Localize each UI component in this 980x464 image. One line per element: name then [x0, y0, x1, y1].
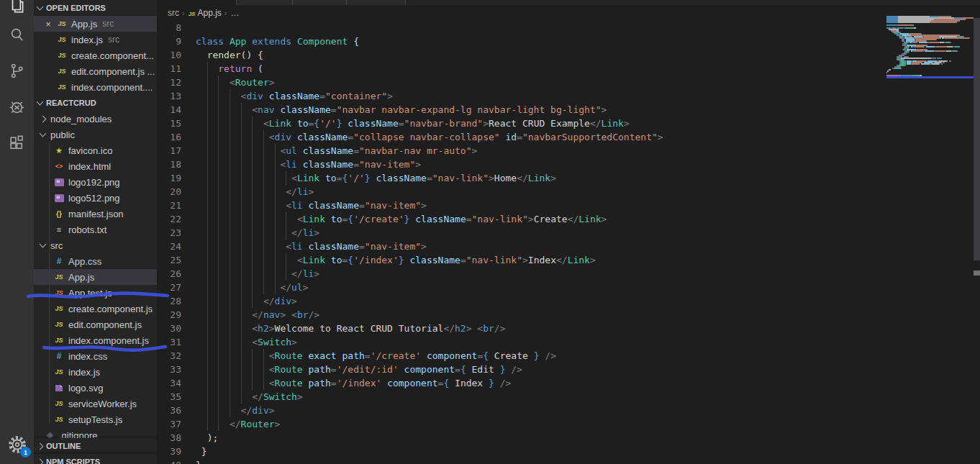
- tree-item-app-js[interactable]: JSApp.js: [34, 269, 157, 285]
- tree-item-edit-component-js[interactable]: JSedit.component.js: [34, 317, 157, 332]
- code-line-29[interactable]: 29</nav> <br/>: [157, 308, 884, 322]
- scrollbar-thumb[interactable]: [974, 18, 980, 260]
- code-line-24[interactable]: 24<li className="nav-item">: [157, 240, 884, 253]
- tree-item-index-css[interactable]: #index.css: [34, 348, 157, 364]
- code-line-13[interactable]: 13<div className="container">: [157, 89, 884, 103]
- js-file-icon: JS: [53, 337, 65, 344]
- tree-item-logo-svg[interactable]: logo.svg: [34, 380, 157, 396]
- code-area[interactable]: 89class App extends Component {10render(…: [157, 21, 884, 464]
- code-line-33[interactable]: 33<Route path='/edit/:id' component={ Ed…: [157, 363, 884, 376]
- indent-guide: [230, 226, 230, 240]
- code-line-36[interactable]: 36</div>: [157, 404, 884, 417]
- code-line-22[interactable]: 22<Link to={'/create'} className="nav-li…: [157, 212, 884, 226]
- breadcrumb-item-app-js[interactable]: JSApp.js: [189, 8, 222, 18]
- tree-folder-src[interactable]: src: [34, 237, 157, 253]
- line-number: 28: [157, 294, 181, 308]
- code-line-26[interactable]: 26</li>: [157, 267, 884, 281]
- indent-guide: [252, 226, 253, 240]
- tree-item-index-html[interactable]: <>index.html: [34, 158, 157, 174]
- debug-icon[interactable]: [0, 92, 34, 121]
- file-label: index.html: [68, 161, 111, 172]
- editor-scrollbar[interactable]: [974, 0, 980, 464]
- code-line-10[interactable]: 10render() {: [157, 48, 884, 62]
- code-line-35[interactable]: 35</Switch>: [157, 390, 884, 404]
- indent-guide: [252, 376, 253, 390]
- open-editor-item-app-js[interactable]: ×JSApp.jssrc: [34, 16, 157, 32]
- tree-item-index-js[interactable]: JSindex.js: [34, 364, 157, 380]
- code-line-28[interactable]: 28</div>: [157, 294, 884, 308]
- tab-strip[interactable]: [157, 0, 980, 5]
- npm-scripts-section-header[interactable]: NPM SCRIPTS: [34, 454, 157, 464]
- line-number: 11: [157, 62, 181, 76]
- code-line-38[interactable]: 38);: [157, 431, 884, 445]
- code-line-8[interactable]: 8: [157, 21, 884, 35]
- line-number: 21: [157, 199, 181, 212]
- code-line-31[interactable]: 31<Switch>: [157, 335, 884, 349]
- code-line-9[interactable]: 9class App extends Component {: [157, 35, 884, 48]
- code-line-30[interactable]: 30<h2>Welcome to React CRUD Tutorial</h2…: [157, 322, 884, 335]
- breadcrumb-item-src[interactable]: src: [168, 8, 179, 18]
- js-file-icon: JS: [53, 368, 65, 376]
- code-line-39[interactable]: 39}: [157, 445, 884, 458]
- code-line-19[interactable]: 19<Link to={'/'} className="nav-link">Ho…: [157, 171, 884, 185]
- code-line-20[interactable]: 20</li>: [157, 185, 884, 199]
- code-line-16[interactable]: 16<div className="collapse navbar-collap…: [157, 130, 884, 144]
- explorer-header[interactable]: REACTCRUD: [34, 95, 157, 111]
- indent-guide: [275, 185, 276, 199]
- indent-guide: [252, 240, 253, 253]
- code-line-32[interactable]: 32<Route exact path='/create' component=…: [157, 349, 884, 363]
- code-line-37[interactable]: 37</Router>: [157, 417, 884, 431]
- tree-folder-public[interactable]: public: [34, 127, 157, 142]
- minimap[interactable]: [886, 16, 974, 76]
- code-line-12[interactable]: 12<Router>: [157, 76, 884, 89]
- outline-section-header[interactable]: OUTLINE: [34, 438, 157, 454]
- tree-item-manifest-json[interactable]: {}manifest.json: [34, 206, 157, 222]
- code-line-17[interactable]: 17<ul className="navbar-nav mr-auto">: [157, 144, 884, 158]
- explorer-icon[interactable]: [0, 0, 34, 19]
- tree-item-index-component-js[interactable]: JSindex.component.js: [34, 332, 157, 348]
- tree-item-setuptests-js[interactable]: JSsetupTests.js: [34, 411, 157, 427]
- code-line-15[interactable]: 15<Link to={'/'} className="navbar-brand…: [157, 117, 884, 130]
- tree-item-app-test-js[interactable]: JSApp.test.js: [34, 285, 157, 301]
- extensions-icon[interactable]: [0, 129, 34, 158]
- open-editor-item-edit-component-js-[interactable]: JSedit.component.js ...: [34, 63, 157, 79]
- source-control-icon[interactable]: [0, 56, 34, 85]
- file-label: serviceWorker.js: [68, 399, 137, 409]
- indent-guide: [207, 308, 208, 322]
- code-line-11[interactable]: 11return (: [157, 62, 884, 76]
- code-line-14[interactable]: 14<nav className="navbar navbar-expand-l…: [157, 103, 884, 117]
- code-text: <div className="collapse navbar-collapse…: [196, 130, 663, 144]
- settings-gear-icon[interactable]: 1: [0, 430, 34, 459]
- tree-folder-node-modules[interactable]: node_modules: [34, 111, 157, 127]
- tree-item-create-component-js[interactable]: JScreate.component.js: [34, 301, 157, 317]
- code-text: </ul>: [196, 281, 309, 294]
- indent-guide: [263, 199, 264, 212]
- open-editor-item-index-component-[interactable]: JSindex.component....: [34, 79, 157, 95]
- open-editor-item-create-component-[interactable]: JScreate.component...: [34, 47, 157, 63]
- breadcrumb-item--[interactable]: …: [231, 8, 240, 18]
- tree-item-logo192-png[interactable]: logo192.png: [34, 174, 157, 190]
- code-line-34[interactable]: 34<Route path='/index' component={ Index…: [157, 376, 884, 390]
- indent-guide: [286, 267, 286, 281]
- search-icon[interactable]: [0, 20, 34, 49]
- code-line-23[interactable]: 23</li>: [157, 226, 884, 240]
- open-editors-header[interactable]: OPEN EDITORS: [34, 0, 157, 16]
- open-editor-item-index-js[interactable]: JSindex.jssrc: [34, 32, 157, 47]
- code-line-40[interactable]: 40}: [157, 458, 884, 464]
- indent-guide: [263, 144, 264, 158]
- line-number: 14: [157, 103, 181, 117]
- line-number: 10: [157, 48, 181, 62]
- code-line-21[interactable]: 21<li className="nav-item">: [157, 199, 884, 212]
- tree-item-robots-txt[interactable]: ≡robots.txt: [34, 222, 157, 237]
- tree-item-serviceworker-js[interactable]: JSserviceWorker.js: [34, 396, 157, 411]
- tree-item-logo512-png[interactable]: logo512.png: [34, 190, 157, 206]
- code-line-27[interactable]: 27</ul>: [157, 281, 884, 294]
- js-file-icon: JS: [53, 321, 65, 328]
- code-line-25[interactable]: 25<Link to={'/index'} className="nav-lin…: [157, 253, 884, 267]
- tree-item-app-css[interactable]: #App.css: [34, 253, 157, 269]
- tree-item-favicon-ico[interactable]: ★favicon.ico: [34, 142, 157, 158]
- code-line-18[interactable]: 18<li className="nav-item">: [157, 158, 884, 171]
- breadcrumb-separator: ›: [182, 9, 185, 17]
- code-text: </Router>: [196, 417, 280, 431]
- close-icon[interactable]: ×: [43, 19, 53, 29]
